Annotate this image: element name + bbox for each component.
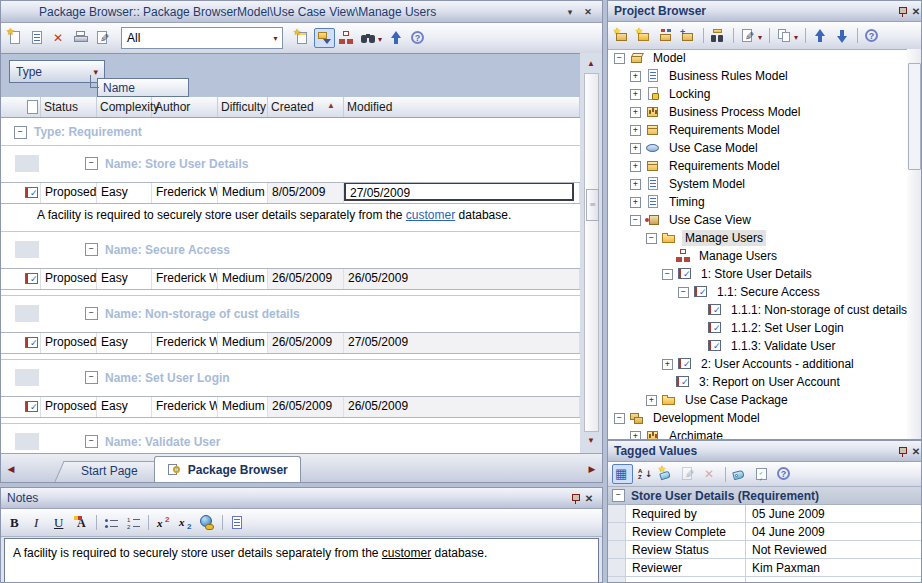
- expand-icon[interactable]: +: [646, 395, 657, 406]
- cell-difficulty[interactable]: Medium: [218, 183, 268, 203]
- expand-icon[interactable]: +: [662, 359, 673, 370]
- bullet-list-icon[interactable]: [101, 513, 122, 533]
- help-icon[interactable]: [774, 464, 795, 484]
- tab-scroll-right-icon[interactable]: ▶: [584, 456, 600, 482]
- column-header-modified[interactable]: Modified: [344, 97, 580, 117]
- tagged-values-titlebar[interactable]: Tagged Values ✕: [608, 441, 921, 462]
- new-package-icon[interactable]: [634, 26, 655, 46]
- tree-item[interactable]: +Requirements Model: [608, 121, 907, 139]
- package-browser-titlebar[interactable]: Package Browser:: Package BrowserModel\U…: [1, 1, 602, 23]
- tree-scrollbar-thumb[interactable]: [908, 63, 921, 170]
- navigate-up-icon[interactable]: [386, 28, 407, 48]
- cell-modified[interactable]: 27/05/2009: [344, 333, 580, 353]
- expand-icon[interactable]: +: [630, 89, 641, 100]
- cell-status[interactable]: Proposed: [41, 269, 97, 289]
- column-header-created[interactable]: Created: [268, 97, 344, 117]
- type-group-row[interactable]: −Type: Requirement: [1, 124, 580, 140]
- window-menu-icon[interactable]: ▾: [562, 7, 578, 17]
- flat-view-toggle-icon[interactable]: [314, 28, 335, 48]
- tab-start-page[interactable]: Start Page: [59, 461, 160, 482]
- column-header-difficulty[interactable]: Difficulty: [218, 97, 268, 117]
- new-linked-document-icon[interactable]: [227, 513, 248, 533]
- column-header-author[interactable]: Author: [152, 97, 218, 117]
- tree-item[interactable]: +Timing: [608, 193, 907, 211]
- expand-icon[interactable]: +: [630, 179, 641, 190]
- show-tags-icon[interactable]: [730, 464, 751, 484]
- tree-item[interactable]: +Business Rules Model: [608, 67, 907, 85]
- table-row[interactable]: ProposedEasyFrederick W...Medium26/05/20…: [1, 396, 580, 418]
- tagged-value-row[interactable]: Review StatusNot Reviewed: [608, 541, 921, 559]
- new-model-icon[interactable]: [612, 26, 633, 46]
- new-diagram-icon[interactable]: [656, 26, 677, 46]
- cell-author[interactable]: Frederick W...: [152, 269, 218, 289]
- tree-item[interactable]: +2: User Accounts - additional: [608, 355, 907, 373]
- numbered-list-icon[interactable]: [123, 513, 144, 533]
- pin-icon[interactable]: [897, 5, 909, 17]
- cell-created[interactable]: 26/05/2009: [268, 333, 344, 353]
- collapse-icon[interactable]: −: [678, 287, 689, 298]
- tagged-value-row[interactable]: Review Complete04 June 2009: [608, 523, 921, 541]
- group-by-name-box[interactable]: Name: [97, 78, 189, 97]
- table-row[interactable]: ProposedEasyFrederick W...Medium8/05/200…: [1, 182, 580, 204]
- collapse-icon[interactable]: −: [85, 371, 98, 384]
- sort-alphabetically-icon[interactable]: [634, 464, 655, 484]
- combo-caret-icon[interactable]: ▾: [269, 34, 282, 43]
- collapse-icon[interactable]: −: [614, 53, 625, 64]
- delete-icon[interactable]: [49, 28, 70, 48]
- italic-icon[interactable]: [27, 513, 48, 533]
- subscript-icon[interactable]: [175, 513, 196, 533]
- tree-item[interactable]: 1.1.3: Validate User: [608, 337, 907, 355]
- collapse-icon[interactable]: −: [646, 233, 657, 244]
- tree-item[interactable]: +Business Process Model: [608, 103, 907, 121]
- help-icon[interactable]: [862, 26, 883, 46]
- edit-tag-icon[interactable]: [678, 464, 699, 484]
- cell-complexity[interactable]: Easy: [97, 397, 152, 417]
- expand-icon[interactable]: +: [630, 161, 641, 172]
- tree-item[interactable]: +Archimate: [608, 427, 907, 439]
- copy-icon[interactable]: [774, 26, 801, 46]
- cell-complexity[interactable]: Easy: [97, 183, 152, 203]
- collapse-icon[interactable]: −: [612, 489, 625, 502]
- name-group-row[interactable]: −Name: Secure Access: [1, 241, 580, 258]
- tagged-value-row[interactable]: [608, 577, 921, 583]
- new-tag-icon[interactable]: [656, 464, 677, 484]
- expand-icon[interactable]: +: [630, 107, 641, 118]
- tree-item[interactable]: −Model: [608, 49, 907, 67]
- search-caret-icon[interactable]: [377, 31, 383, 45]
- project-browser-titlebar[interactable]: Project Browser ✕: [608, 1, 921, 22]
- new-element-icon[interactable]: [678, 26, 699, 46]
- cell-status[interactable]: Proposed: [41, 183, 97, 203]
- show-grid-icon[interactable]: [612, 464, 633, 484]
- tagged-value-row[interactable]: ReviewerKim Paxman: [608, 559, 921, 577]
- tag-value[interactable]: Kim Paxman: [746, 559, 921, 576]
- print-icon[interactable]: [71, 28, 92, 48]
- column-header-icon[interactable]: [1, 97, 41, 117]
- add-element-icon[interactable]: [292, 28, 313, 48]
- collapse-icon[interactable]: −: [662, 269, 673, 280]
- selected-cell[interactable]: 27/05/2009: [344, 183, 574, 201]
- tree-item[interactable]: −Use Case View: [608, 211, 907, 229]
- close-icon[interactable]: ✕: [909, 6, 922, 17]
- show-hierarchy-icon[interactable]: [336, 28, 357, 48]
- search-icon[interactable]: [358, 28, 385, 48]
- tree-item[interactable]: +Requirements Model: [608, 157, 907, 175]
- tag-value[interactable]: Not Reviewed: [746, 541, 921, 558]
- tree-item[interactable]: 1.1.2: Set User Login: [608, 319, 907, 337]
- help-icon[interactable]: [408, 28, 429, 48]
- copy-caret-icon[interactable]: [793, 29, 799, 43]
- cell-modified[interactable]: 27/05/2009: [344, 183, 580, 203]
- collapse-icon[interactable]: −: [614, 413, 625, 424]
- notes-titlebar[interactable]: Notes ✕: [1, 488, 602, 509]
- tree-item[interactable]: −Development Model: [608, 409, 907, 427]
- cell-difficulty[interactable]: Medium: [218, 397, 268, 417]
- cell-status[interactable]: Proposed: [41, 333, 97, 353]
- scrollbar-track[interactable]: ≡: [584, 73, 599, 432]
- underline-icon[interactable]: [49, 513, 70, 533]
- edit-caret-icon[interactable]: [757, 29, 763, 43]
- close-icon[interactable]: ✕: [582, 493, 596, 504]
- table-row[interactable]: ProposedEasyFrederick W...Medium26/05/20…: [1, 268, 580, 290]
- find-in-browser-icon[interactable]: [708, 26, 729, 46]
- collapse-icon[interactable]: −: [85, 157, 98, 170]
- expand-icon[interactable]: +: [630, 431, 641, 440]
- notes-term-link[interactable]: customer: [382, 546, 431, 560]
